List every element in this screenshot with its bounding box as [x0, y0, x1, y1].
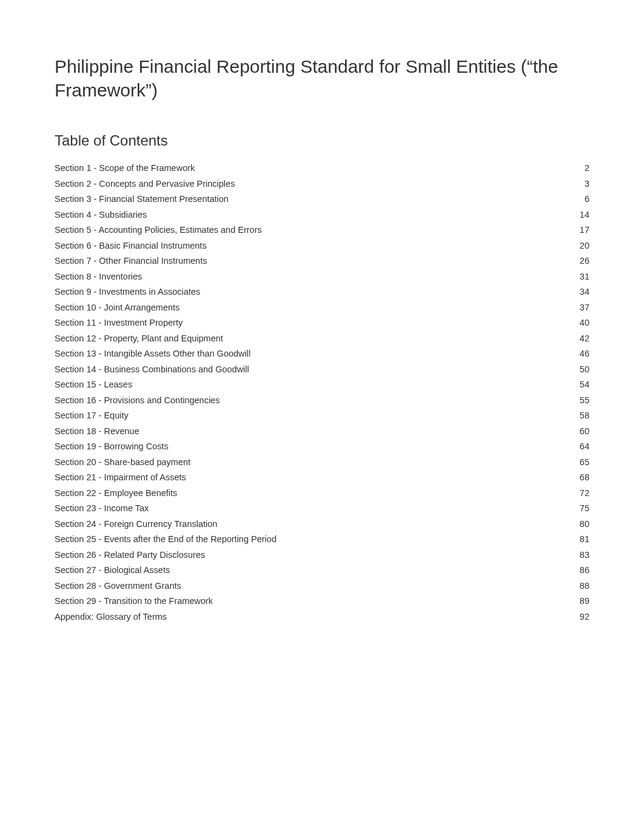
toc-entry[interactable]: Section 24 - Foreign Currency Translatio… [55, 520, 589, 529]
toc-entry-label: Section 17 - Equity [55, 411, 129, 420]
toc-entry-page: 88 [580, 582, 589, 591]
toc-entry[interactable]: Section 27 - Biological Assets86 [55, 566, 589, 575]
toc-entry-page: 80 [580, 520, 589, 529]
toc-entry-label: Section 26 - Related Party Disclosures [55, 551, 205, 560]
toc-entry[interactable]: Section 13 - Intangible Assets Other tha… [55, 349, 589, 358]
toc-entry-label: Section 16 - Provisions and Contingencie… [55, 396, 220, 405]
toc-entry[interactable]: Appendix: Glossary of Terms92 [55, 612, 589, 622]
toc-entry-label: Section 8 - Inventories [55, 272, 142, 281]
toc-entry[interactable]: Section 1 - Scope of the Framework2 [55, 164, 589, 173]
toc-entry[interactable]: Section 4 - Subsidiaries14 [55, 210, 589, 220]
toc-entry-label: Section 21 - Impairment of Assets [55, 473, 186, 482]
toc-entry-label: Section 28 - Government Grants [55, 582, 181, 591]
toc-entry-label: Section 13 - Intangible Assets Other tha… [55, 349, 250, 358]
toc-entry-page: 83 [580, 551, 589, 560]
toc-entry-label: Section 11 - Investment Property [55, 318, 183, 327]
toc-entry[interactable]: Section 17 - Equity58 [55, 411, 589, 420]
toc-entry-label: Section 9 - Investments in Associates [55, 287, 200, 297]
toc-entry[interactable]: Section 18 - Revenue60 [55, 427, 589, 436]
toc-entry-page: 37 [580, 303, 589, 312]
toc-entry-label: Section 6 - Basic Financial Instruments [55, 241, 207, 250]
toc-entry[interactable]: Section 20 - Share-based payment65 [55, 458, 589, 467]
toc-entry[interactable]: Section 19 - Borrowing Costs64 [55, 442, 589, 451]
table-of-contents: Section 1 - Scope of the Framework2Secti… [55, 164, 589, 621]
toc-entry-label: Section 18 - Revenue [55, 427, 139, 436]
toc-entry-page: 26 [580, 257, 589, 266]
toc-entry[interactable]: Section 26 - Related Party Disclosures83 [55, 551, 589, 560]
toc-entry[interactable]: Section 7 - Other Financial Instruments2… [55, 257, 589, 266]
toc-entry-page: 65 [580, 458, 589, 467]
toc-entry-label: Section 12 - Property, Plant and Equipme… [55, 334, 223, 343]
toc-entry[interactable]: Section 8 - Inventories31 [55, 272, 589, 281]
toc-entry-page: 46 [580, 349, 589, 358]
toc-entry-label: Section 4 - Subsidiaries [55, 210, 147, 220]
toc-entry-page: 64 [580, 442, 589, 451]
toc-entry-label: Section 3 - Financial Statement Presenta… [55, 195, 229, 204]
toc-entry-page: 54 [580, 380, 589, 389]
toc-entry-page: 40 [580, 318, 589, 327]
toc-entry-label: Section 24 - Foreign Currency Translatio… [55, 520, 217, 529]
toc-entry-label: Section 5 - Accounting Policies, Estimat… [55, 226, 262, 235]
toc-entry[interactable]: Section 5 - Accounting Policies, Estimat… [55, 226, 589, 235]
toc-entry-page: 68 [580, 473, 589, 482]
toc-entry-page: 17 [580, 226, 589, 235]
toc-entry-label: Section 15 - Leases [55, 380, 132, 389]
toc-entry-page: 2 [585, 164, 589, 173]
toc-entry-page: 60 [580, 427, 589, 436]
document-title: Philippine Financial Reporting Standard … [55, 55, 589, 102]
toc-entry[interactable]: Section 28 - Government Grants88 [55, 582, 589, 591]
toc-entry-page: 92 [580, 612, 589, 622]
toc-entry[interactable]: Section 14 - Business Combinations and G… [55, 365, 589, 374]
toc-entry[interactable]: Section 9 - Investments in Associates34 [55, 287, 589, 297]
toc-entry-page: 31 [580, 272, 589, 281]
toc-entry-label: Appendix: Glossary of Terms [55, 612, 167, 622]
toc-entry[interactable]: Section 12 - Property, Plant and Equipme… [55, 334, 589, 343]
toc-entry[interactable]: Section 3 - Financial Statement Presenta… [55, 195, 589, 204]
toc-entry-page: 20 [580, 241, 589, 250]
toc-entry-page: 75 [580, 504, 589, 513]
toc-entry[interactable]: Section 11 - Investment Property40 [55, 318, 589, 327]
toc-entry-label: Section 27 - Biological Assets [55, 566, 170, 575]
toc-entry[interactable]: Section 10 - Joint Arrangements37 [55, 303, 589, 312]
toc-entry-page: 6 [585, 195, 589, 204]
toc-heading: Table of Contents [55, 132, 589, 149]
toc-entry[interactable]: Section 22 - Employee Benefits72 [55, 489, 589, 498]
toc-entry-page: 14 [580, 210, 589, 220]
toc-entry-label: Section 14 - Business Combinations and G… [55, 365, 249, 374]
toc-entry-label: Section 19 - Borrowing Costs [55, 442, 169, 451]
toc-entry[interactable]: Section 29 - Transition to the Framework… [55, 597, 589, 606]
toc-entry-page: 72 [580, 489, 589, 498]
toc-entry-page: 50 [580, 365, 589, 374]
toc-entry-label: Section 2 - Concepts and Pervasive Princ… [55, 179, 235, 189]
toc-entry-label: Section 7 - Other Financial Instruments [55, 257, 207, 266]
toc-entry-page: 81 [580, 535, 589, 544]
toc-entry-page: 86 [580, 566, 589, 575]
toc-entry[interactable]: Section 23 - Income Tax75 [55, 504, 589, 513]
toc-entry-page: 55 [580, 396, 589, 405]
toc-entry-page: 42 [580, 334, 589, 343]
toc-entry[interactable]: Section 2 - Concepts and Pervasive Princ… [55, 179, 589, 189]
toc-entry-label: Section 29 - Transition to the Framework [55, 597, 213, 606]
toc-entry[interactable]: Section 21 - Impairment of Assets68 [55, 473, 589, 482]
toc-entry-label: Section 22 - Employee Benefits [55, 489, 177, 498]
toc-entry[interactable]: Section 15 - Leases54 [55, 380, 589, 389]
toc-entry-label: Section 1 - Scope of the Framework [55, 164, 195, 173]
toc-entry-label: Section 10 - Joint Arrangements [55, 303, 179, 312]
toc-entry[interactable]: Section 25 - Events after the End of the… [55, 535, 589, 544]
toc-entry-label: Section 25 - Events after the End of the… [55, 535, 277, 544]
toc-entry[interactable]: Section 6 - Basic Financial Instruments2… [55, 241, 589, 250]
toc-entry-page: 58 [580, 411, 589, 420]
toc-entry[interactable]: Section 16 - Provisions and Contingencie… [55, 396, 589, 405]
toc-entry-label: Section 23 - Income Tax [55, 504, 149, 513]
toc-entry-page: 3 [585, 179, 589, 189]
toc-entry-label: Section 20 - Share-based payment [55, 458, 190, 467]
toc-entry-page: 34 [580, 287, 589, 297]
toc-entry-page: 89 [580, 597, 589, 606]
